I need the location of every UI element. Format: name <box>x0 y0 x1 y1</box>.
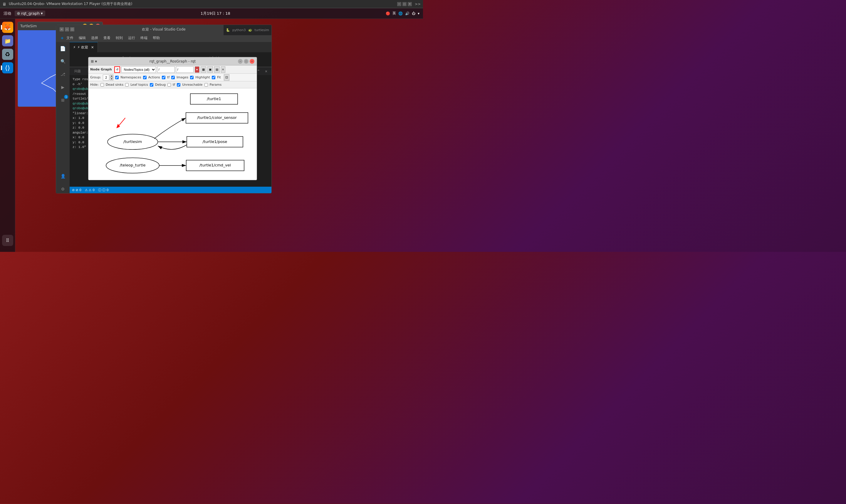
vscode-min-btn[interactable]: − <box>65 27 69 31</box>
terminal-tab-problems[interactable]: 问题 <box>72 68 83 74</box>
rqt-graph-label: rqt_graph <box>21 11 40 16</box>
rqt-icon-btn4[interactable]: ▤ <box>214 66 220 73</box>
rqt-nodes-select[interactable]: Nodes/Topics (all) <box>121 66 156 73</box>
namespaces-label: Namespaces <box>120 75 141 79</box>
rqt-hide-row: Hide: Dead sinks Leaf topics Debug tf Un… <box>88 81 257 88</box>
rqt-icon-btn5[interactable]: ≡ <box>221 66 226 73</box>
spinner-down[interactable]: ▼ <box>110 77 113 80</box>
turtlesim-title: TurtleSim <box>20 24 37 28</box>
activity-settings[interactable]: ⚙ <box>59 185 67 193</box>
vmware-title: Ubuntu20.04-Qrobo- VMware Workstation 17… <box>9 1 133 6</box>
dock-apps-btn[interactable]: ⠿ <box>2 235 13 246</box>
rqt-content: Node Graph ↺ Nodes/Topics (all) ● ▦ ▣ ▤ … <box>88 66 257 180</box>
rqt-title: rqt_graph__RosGraph - rqt <box>149 59 196 64</box>
rqt-close-btn[interactable]: × <box>250 59 254 64</box>
dock-recycle[interactable]: ♻ <box>2 49 13 60</box>
welcome-tab-close[interactable]: × <box>91 45 94 49</box>
dock-firefox[interactable]: 🦊 <box>2 22 13 33</box>
menu-help[interactable]: 帮助 <box>151 35 162 41</box>
debug-checkbox[interactable] <box>150 83 153 87</box>
activity-git[interactable]: ⎇ <box>59 70 67 78</box>
menu-file[interactable]: ◈ 文件 <box>58 35 76 41</box>
menu-goto[interactable]: 转到 <box>113 35 125 41</box>
highlight-checkbox[interactable] <box>190 76 194 79</box>
vscode-close-btn[interactable]: × <box>60 27 64 31</box>
vmware-minimize-btn[interactable]: − <box>397 2 401 6</box>
activity-run[interactable]: ▶ <box>59 83 67 91</box>
tf-hide-checkbox[interactable] <box>168 83 171 87</box>
leaf-topics-checkbox[interactable] <box>125 83 129 87</box>
highlight-label: Highlight <box>195 75 210 79</box>
dead-sinks-checkbox[interactable] <box>101 83 104 87</box>
spinner-up[interactable]: ▲ <box>110 75 113 77</box>
desktop: 🦊 📁 ♻ ⟨⟩ ⠿ 🏠 qrobo ♻ 回收站 TurtleSim <box>0 19 423 252</box>
dock-active-indicator <box>1 25 2 30</box>
menu-view[interactable]: 查看 <box>101 35 113 41</box>
extensions-badge: 1 <box>64 95 68 99</box>
turtlesim-ext-label: turtlesim <box>255 28 269 32</box>
statusbar-warnings[interactable]: ⚠ ⚠ 0 <box>85 188 94 192</box>
group-value-input[interactable] <box>103 75 109 80</box>
params-checkbox[interactable] <box>205 83 208 87</box>
statusbar-info[interactable]: ⓘ ⓘ 0 <box>98 188 109 192</box>
taskbar-left: 活动 rqt_graph ▾ <box>3 11 45 16</box>
tab-welcome[interactable]: ⚡ ⚡ 欢迎 × <box>70 42 98 52</box>
menu-terminal[interactable]: 终端 <box>138 35 150 41</box>
menu-selection[interactable]: 选择 <box>89 35 101 41</box>
hide-label: Hide: <box>90 83 99 87</box>
rqt-maximize-btn[interactable]: □ <box>244 59 248 64</box>
volume-icon: 🔊 <box>405 12 409 16</box>
taskbar-right: 🔴 英 🌐 🔊 ⏻ ▾ <box>386 11 420 16</box>
leaf-topics-label: Leaf topics <box>130 83 148 87</box>
activity-extensions[interactable]: ⊞ 1 <box>59 96 67 104</box>
dock-vscode[interactable]: ⟨⟩ <box>2 62 13 73</box>
tf-label: tf <box>167 75 170 79</box>
taskbar-lang[interactable]: 英 <box>392 11 396 16</box>
images-checkbox[interactable] <box>171 76 175 79</box>
tf-checkbox[interactable] <box>162 76 165 79</box>
run-icon: ▶ <box>61 85 65 90</box>
rqt-filter1[interactable] <box>157 66 175 73</box>
unreachable-checkbox[interactable] <box>177 83 180 87</box>
terminal-close-btn[interactable]: × <box>263 68 269 74</box>
activity-explorer[interactable]: 📄 <box>59 44 67 53</box>
rqt-icon-btn2[interactable]: ▦ <box>201 66 206 73</box>
dock-files[interactable]: 📁 <box>2 35 13 47</box>
vmware-close-btn[interactable]: × <box>408 2 412 6</box>
menu-edit[interactable]: 编辑 <box>76 35 88 41</box>
rqt-refresh-btn[interactable]: ↺ <box>114 66 120 73</box>
fit-label: Fit <box>217 75 221 79</box>
turtlesim-label: /turtlesim <box>123 140 142 144</box>
vscode-activity-bar: 📄 🔍 ⎇ ▶ ⊞ 1 👤 ⚙ <box>56 42 70 193</box>
params-label: Params <box>210 83 222 87</box>
rqt-icon-btn1[interactable]: ● <box>195 66 199 73</box>
turtlesim-ext-icon: 🐢 <box>248 28 252 32</box>
info-icon: ⓘ <box>98 188 101 192</box>
vmware-maximize-btn[interactable]: □ <box>402 2 407 6</box>
rqt-filter2[interactable] <box>176 66 194 73</box>
taskbar-datetime[interactable]: 1月19日 17：18 <box>201 11 230 16</box>
statusbar-errors[interactable]: ⊘ ⊘ 0 <box>72 188 81 192</box>
vscode-max-btn[interactable]: □ <box>70 27 74 31</box>
rqt-graph-area[interactable]: /turtle1 /turtle1/color_sensor /turtle1/… <box>88 88 257 180</box>
activity-accounts[interactable]: 👤 <box>59 172 67 180</box>
taskbar-dropdown[interactable]: ▾ <box>418 12 420 16</box>
actions-checkbox[interactable] <box>143 76 146 79</box>
rqt-graph-taskbar-btn[interactable]: rqt_graph ▾ <box>15 11 45 16</box>
left-dock: 🦊 📁 ♻ ⟨⟩ ⠿ <box>0 19 15 252</box>
namespaces-checkbox[interactable] <box>115 76 119 79</box>
rqt-minimize-btn[interactable]: − <box>238 59 243 64</box>
teleop-turtle-label: /teleop_turtle <box>120 163 146 167</box>
menu-run[interactable]: 运行 <box>126 35 138 41</box>
accounts-icon: 👤 <box>60 174 66 178</box>
vmware-resize-icon: >> <box>415 2 421 6</box>
rqt-icon-btn3[interactable]: ▣ <box>207 66 213 73</box>
git-icon: ⎇ <box>60 72 65 77</box>
welcome-tab-icon: ⚡ <box>73 45 75 49</box>
activities-button[interactable]: 活动 <box>3 11 11 16</box>
vmware-titlebar-controls: − □ × >> <box>397 2 421 6</box>
python-ext-label: python3 <box>232 28 246 32</box>
activity-search[interactable]: 🔍 <box>59 57 67 66</box>
fit-btn[interactable]: ⊡ <box>224 74 229 81</box>
fit-checkbox[interactable] <box>212 76 215 79</box>
